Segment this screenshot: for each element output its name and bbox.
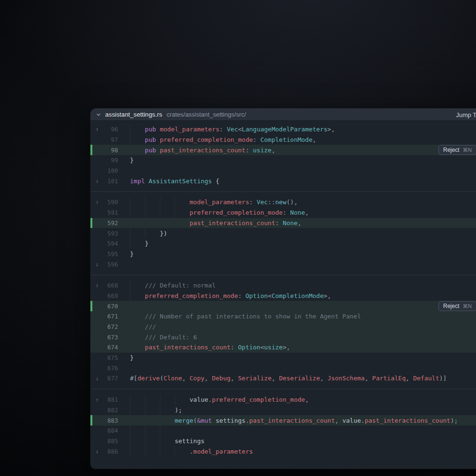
expand-down-icon[interactable]: ↓: [92, 261, 102, 267]
line-number: 674: [102, 344, 118, 351]
code-line[interactable]: ↑96 pub model_parameters: Vec<LanguageMo…: [90, 124, 476, 135]
line-number: 97: [102, 136, 118, 143]
code-line[interactable]: ↓677#[derive(Clone, Copy, Debug, Seriali…: [90, 373, 476, 384]
code-line[interactable]: 883 merge(&mut settings.past_interaction…: [90, 415, 476, 426]
code-line[interactable]: 673 /// Default: 6: [90, 332, 476, 342]
code-text: pub past_interactions_count: usize,: [130, 145, 476, 155]
hunk-divider: [90, 384, 476, 395]
hunk-divider: [90, 269, 476, 280]
reject-button[interactable]: Reject⌘N: [438, 145, 476, 155]
code-line[interactable]: 669 preferred_completion_mode: Option<Co…: [90, 291, 476, 301]
code-text: model_parameters: Vec::new(),: [130, 197, 476, 208]
diff-hunk: ↑590 model_parameters: Vec::new(),591 pr…: [90, 197, 476, 269]
diff-hunk: ↑881 value.preferred_completion_mode,882…: [90, 395, 476, 456]
code-line[interactable]: 884: [90, 426, 476, 436]
code-line[interactable]: 594 }: [90, 238, 476, 249]
code-line[interactable]: ↓886 .model_parameters: [90, 446, 476, 456]
code-line[interactable]: 97 pub preferred_completion_mode: Comple…: [90, 135, 476, 145]
line-number: 594: [102, 240, 118, 247]
code-line[interactable]: ↑881 value.preferred_completion_mode,: [90, 395, 476, 405]
code-line[interactable]: 675}: [90, 353, 476, 363]
expand-up-icon[interactable]: ↑: [92, 199, 102, 205]
jump-to-button[interactable]: Jump T: [456, 111, 476, 118]
code-line[interactable]: ↓101impl AssistantSettings {: [90, 176, 476, 186]
code-line[interactable]: 882 );: [90, 405, 476, 416]
line-number: 592: [102, 219, 118, 227]
code-line[interactable]: ↑668 /// Default: normal: [90, 280, 476, 291]
code-line[interactable]: 670Reject⌘N: [90, 301, 476, 311]
reject-shortcut: ⌘N: [463, 147, 472, 153]
code-text: }: [130, 155, 476, 166]
line-number: 883: [102, 417, 118, 424]
expand-up-icon[interactable]: ↑: [92, 283, 102, 288]
code-text: past_interactions_count: None,: [130, 218, 476, 228]
line-number: 591: [102, 209, 118, 216]
diff-added-marker: [90, 218, 92, 228]
code-line[interactable]: 99}: [90, 155, 476, 166]
diff-added-marker: [90, 238, 92, 249]
line-number: 882: [102, 407, 118, 414]
code-line[interactable]: 592 past_interactions_count: None,: [90, 218, 476, 228]
desktop-background: assistant_settings.rs crates/assistant_s…: [0, 0, 476, 476]
reject-button[interactable]: Reject⌘N: [438, 301, 476, 311]
code-text: preferred_completion_mode: None,: [130, 208, 476, 218]
code-text: preferred_completion_mode: Option<Comple…: [130, 291, 476, 301]
code-text: [130, 363, 476, 373]
code-line[interactable]: 671 /// Number of past interactions to s…: [90, 311, 476, 322]
line-number: 669: [102, 292, 118, 299]
line-number: 668: [102, 282, 118, 289]
line-number: 99: [102, 157, 118, 164]
line-number: 96: [102, 126, 118, 133]
code-text: }): [130, 228, 476, 238]
expand-down-icon[interactable]: ↓: [92, 376, 102, 381]
line-number: 595: [102, 250, 118, 258]
expand-down-icon[interactable]: ↓: [92, 178, 102, 184]
line-number: 884: [102, 427, 118, 434]
code-line[interactable]: 595}: [90, 249, 476, 259]
code-line[interactable]: 98 pub past_interactions_count: usize,Re…: [90, 145, 476, 155]
line-number: 596: [102, 261, 118, 268]
code-text: pub model_parameters: Vec<LanguageModelP…: [130, 124, 476, 135]
code-line[interactable]: 674 past_interactions_count: Option<usiz…: [90, 342, 476, 353]
code-text: past_interactions_count: Option<usize>,: [130, 342, 476, 353]
expand-up-icon[interactable]: ↑: [92, 397, 102, 403]
indent-guide: [160, 426, 160, 436]
diff-review-editor-window: assistant_settings.rs crates/assistant_s…: [90, 109, 476, 469]
code-line[interactable]: 593 }): [90, 228, 476, 238]
code-line[interactable]: 100: [90, 166, 476, 176]
line-number: 885: [102, 437, 118, 445]
code-text: settings: [130, 436, 476, 446]
diff-added-marker: [90, 322, 92, 332]
code-line[interactable]: ↑590 model_parameters: Vec::new(),: [90, 197, 476, 208]
code-text: .model_parameters: [130, 446, 476, 456]
code-text: /// Default: normal: [130, 280, 476, 291]
line-number: 881: [102, 396, 118, 403]
diff-added-marker: [90, 342, 92, 353]
code-line[interactable]: 672 ///: [90, 322, 476, 332]
expand-up-icon[interactable]: ↑: [92, 127, 102, 132]
diff-added-marker: [90, 363, 92, 373]
line-number: 98: [102, 147, 118, 154]
code-line[interactable]: 676: [90, 363, 476, 373]
line-number: 673: [102, 334, 118, 341]
code-text: value.preferred_completion_mode,: [130, 395, 476, 405]
code-text: );: [130, 405, 476, 416]
expand-down-icon[interactable]: ↓: [92, 448, 102, 454]
code-text: }: [130, 353, 476, 363]
diff-hunk: ↑668 /// Default: normal669 preferred_co…: [90, 280, 476, 384]
line-number: 675: [102, 354, 118, 361]
code-text: [130, 166, 476, 176]
diff-added-marker: [90, 166, 92, 176]
diff-added-marker: [90, 249, 92, 259]
file-name: assistant_settings.rs: [105, 111, 162, 118]
code-text: ///: [130, 322, 476, 332]
chevron-down-icon[interactable]: [95, 111, 102, 118]
code-line[interactable]: ↓596: [90, 259, 476, 269]
diff-added-marker: [90, 208, 92, 218]
line-number: 671: [102, 313, 118, 320]
code-line[interactable]: 591 preferred_completion_mode: None,: [90, 208, 476, 218]
code-text: }: [130, 249, 476, 259]
code-text: /// Default: 6: [130, 332, 476, 342]
code-line[interactable]: 885 settings: [90, 436, 476, 446]
reject-label: Reject: [443, 303, 459, 309]
